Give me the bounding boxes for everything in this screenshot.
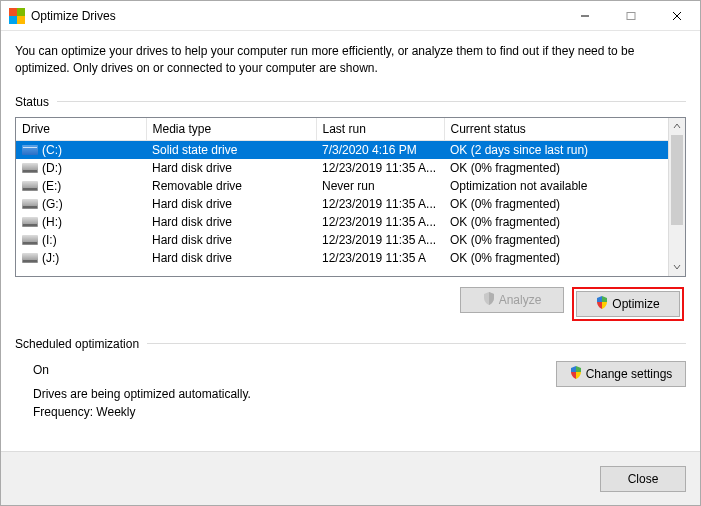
drive-name: (D:) <box>42 161 62 175</box>
drive-media: Removable drive <box>146 177 316 195</box>
drive-name: (J:) <box>42 251 59 265</box>
analyze-label: Analyze <box>499 293 542 307</box>
table-row[interactable]: (D:)Hard disk drive12/23/2019 11:35 A...… <box>16 159 668 177</box>
drive-media: Hard disk drive <box>146 195 316 213</box>
drive-media: Hard disk drive <box>146 231 316 249</box>
close-window-button[interactable] <box>654 1 700 30</box>
close-button[interactable]: Close <box>600 466 686 492</box>
change-settings-label: Change settings <box>586 367 673 381</box>
drive-lastrun: Never run <box>316 177 444 195</box>
drive-media: Hard disk drive <box>146 159 316 177</box>
scheduled-freq: Frequency: Weekly <box>33 405 556 419</box>
table-row[interactable]: (I:)Hard disk drive12/23/2019 11:35 A...… <box>16 231 668 249</box>
ssd-drive-icon <box>22 145 38 155</box>
drive-status: OK (2 days since last run) <box>444 140 668 159</box>
shield-icon <box>570 366 582 382</box>
hdd-drive-icon <box>22 163 38 173</box>
drive-status: Optimization not available <box>444 177 668 195</box>
analyze-button[interactable]: Analyze <box>460 287 564 313</box>
scroll-up-button[interactable] <box>669 118 685 135</box>
scheduled-label-text: Scheduled optimization <box>15 337 139 351</box>
drive-status: OK (0% fragmented) <box>444 195 668 213</box>
hdd-drive-icon <box>22 253 38 263</box>
scheduled-state: On <box>33 363 556 377</box>
hdd-drive-icon <box>22 217 38 227</box>
drive-status: OK (0% fragmented) <box>444 213 668 231</box>
table-row[interactable]: (J:)Hard disk drive12/23/2019 11:35 AOK … <box>16 249 668 267</box>
drive-name: (G:) <box>42 197 63 211</box>
shield-icon <box>483 292 495 308</box>
drive-name: (I:) <box>42 233 57 247</box>
col-drive[interactable]: Drive <box>16 118 146 141</box>
optimize-button[interactable]: Optimize <box>576 291 680 317</box>
scroll-thumb[interactable] <box>671 135 683 225</box>
scheduled-desc: Drives are being optimized automatically… <box>33 387 556 401</box>
drive-media: Hard disk drive <box>146 213 316 231</box>
close-label: Close <box>628 472 659 486</box>
hdd-drive-icon <box>22 235 38 245</box>
status-section-label: Status <box>15 95 686 109</box>
vertical-scrollbar[interactable] <box>668 118 685 276</box>
table-header-row[interactable]: Drive Media type Last run Current status <box>16 118 668 141</box>
table-row[interactable]: (E:)Removable driveNever runOptimization… <box>16 177 668 195</box>
drive-lastrun: 12/23/2019 11:35 A... <box>316 159 444 177</box>
minimize-button[interactable] <box>562 1 608 30</box>
table-row[interactable]: (G:)Hard disk drive12/23/2019 11:35 A...… <box>16 195 668 213</box>
scheduled-section-label: Scheduled optimization <box>15 337 686 351</box>
drive-lastrun: 7/3/2020 4:16 PM <box>316 140 444 159</box>
app-icon <box>9 8 25 24</box>
drive-lastrun: 12/23/2019 11:35 A <box>316 249 444 267</box>
dialog-footer: Close <box>1 451 700 505</box>
table-row[interactable]: (H:)Hard disk drive12/23/2019 11:35 A...… <box>16 213 668 231</box>
drive-lastrun: 12/23/2019 11:35 A... <box>316 231 444 249</box>
col-lastrun[interactable]: Last run <box>316 118 444 141</box>
drive-name: (H:) <box>42 215 62 229</box>
drive-status: OK (0% fragmented) <box>444 249 668 267</box>
drive-status: OK (0% fragmented) <box>444 159 668 177</box>
col-media[interactable]: Media type <box>146 118 316 141</box>
drive-media: Solid state drive <box>146 140 316 159</box>
change-settings-button[interactable]: Change settings <box>556 361 686 387</box>
status-label-text: Status <box>15 95 49 109</box>
svg-rect-1 <box>627 12 635 19</box>
window-controls <box>562 1 700 30</box>
col-status[interactable]: Current status <box>444 118 668 141</box>
intro-text: You can optimize your drives to help you… <box>15 43 686 77</box>
shield-icon <box>596 296 608 312</box>
scroll-down-button[interactable] <box>669 259 685 276</box>
hdd-drive-icon <box>22 181 38 191</box>
drive-status: OK (0% fragmented) <box>444 231 668 249</box>
titlebar[interactable]: Optimize Drives <box>1 1 700 31</box>
window-title: Optimize Drives <box>31 9 562 23</box>
drive-lastrun: 12/23/2019 11:35 A... <box>316 213 444 231</box>
optimize-drives-window: Optimize Drives You can optimize your dr… <box>0 0 701 506</box>
optimize-label: Optimize <box>612 297 659 311</box>
drive-name: (E:) <box>42 179 61 193</box>
optimize-highlight: Optimize <box>572 287 684 321</box>
drives-table-container: Drive Media type Last run Current status… <box>15 117 686 277</box>
maximize-button[interactable] <box>608 1 654 30</box>
hdd-drive-icon <box>22 199 38 209</box>
drives-table: Drive Media type Last run Current status… <box>16 118 668 267</box>
drive-name: (C:) <box>42 143 62 157</box>
drive-media: Hard disk drive <box>146 249 316 267</box>
drive-lastrun: 12/23/2019 11:35 A... <box>316 195 444 213</box>
table-row[interactable]: (C:)Solid state drive7/3/2020 4:16 PMOK … <box>16 140 668 159</box>
